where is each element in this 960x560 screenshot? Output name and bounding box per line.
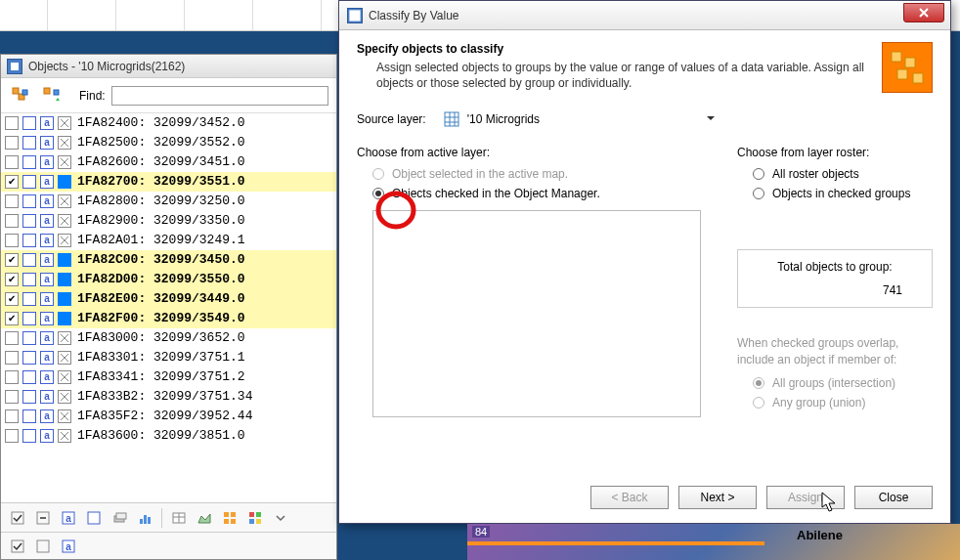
attr-icon[interactable]: a [40,234,54,247]
btn-uncheck-all[interactable] [32,507,54,529]
outline-icon[interactable] [22,116,36,130]
list-item[interactable]: a1FA82700: 32099/3551.0 [1,172,336,192]
fill-swatch [58,312,71,325]
outline-icon[interactable] [22,409,36,423]
outline-icon[interactable] [22,234,36,247]
radio-checked-groups[interactable]: Objects in checked groups [753,187,933,200]
row-checkbox[interactable] [5,234,19,247]
outline-icon[interactable] [22,194,36,208]
close-dialog-button[interactable]: Close [854,486,933,509]
attr-icon[interactable]: a [40,194,54,208]
list-item[interactable]: a1FA83000: 32099/3652.0 [1,328,336,348]
outline-icon[interactable] [22,214,36,228]
radio-icon[interactable] [372,188,384,199]
list-item[interactable]: a1FA83341: 32099/3751.2 [1,367,336,387]
btn-classify[interactable] [244,507,266,529]
attr-icon[interactable]: a [40,175,54,189]
tree-icon[interactable] [9,84,32,108]
btn-chart[interactable] [134,507,155,529]
outline-icon[interactable] [22,292,36,306]
status-uncheck-icon[interactable] [32,536,54,557]
list-item[interactable]: a1FA82400: 32099/3452.0 [1,113,336,133]
btn-a[interactable]: a [58,507,79,529]
row-checkbox[interactable] [5,175,19,189]
list-item[interactable]: a1FA83301: 32099/3751.1 [1,348,336,367]
list-item[interactable]: a1FA82C00: 32099/3450.0 [1,250,336,270]
row-checkbox[interactable] [5,370,19,384]
row-checkbox[interactable] [5,351,19,365]
list-item[interactable]: a1FA835F2: 32099/3952.44 [1,407,336,426]
attr-icon[interactable]: a [40,390,54,404]
row-checkbox[interactable] [5,116,19,130]
row-checkbox[interactable] [5,390,19,404]
row-checkbox[interactable] [5,331,19,345]
attr-icon[interactable]: a [40,429,54,443]
outline-icon[interactable] [22,136,36,150]
row-checkbox[interactable] [5,155,19,169]
list-item[interactable]: a1FA82E00: 32099/3449.0 [1,289,336,309]
outline-icon[interactable] [22,429,36,443]
outline-icon[interactable] [22,351,36,365]
radio-all-roster[interactable]: All roster objects [753,167,933,181]
om-list[interactable]: a1FA82400: 32099/3452.0a1FA82500: 32099/… [1,113,336,485]
row-checkbox[interactable] [5,312,19,325]
list-item[interactable]: a1FA833B2: 32099/3751.34 [1,387,336,407]
om-titlebar[interactable]: Objects - '10 Microgrids(2162) [1,55,336,78]
attr-icon[interactable]: a [40,116,54,130]
attr-icon[interactable]: a [40,273,54,286]
status-check-icon[interactable] [7,536,28,557]
row-checkbox[interactable] [5,194,19,208]
attr-icon[interactable]: a [40,253,54,267]
list-item[interactable]: a1FA83600: 32099/3851.0 [1,426,336,446]
btn-area[interactable] [194,507,215,529]
row-checkbox[interactable] [5,429,19,443]
row-checkbox[interactable] [5,409,19,423]
btn-sq[interactable] [83,507,105,529]
attr-icon[interactable]: a [40,214,54,228]
svg-rect-16 [148,517,151,524]
outline-icon[interactable] [22,370,36,384]
btn-layers[interactable] [109,507,130,529]
row-checkbox[interactable] [5,292,19,306]
empty-swatch-icon [58,351,71,365]
list-item[interactable]: a1FA82A01: 32099/3249.1 [1,231,336,250]
attr-icon[interactable]: a [40,331,54,345]
outline-icon[interactable] [22,331,36,345]
list-item[interactable]: a1FA82800: 32099/3250.0 [1,192,336,211]
outline-icon[interactable] [22,175,36,189]
btn-table[interactable] [168,507,190,529]
btn-group[interactable] [219,507,240,529]
close-button[interactable] [903,3,944,22]
next-button[interactable]: Next > [678,486,757,509]
radio-icon[interactable] [753,188,764,199]
tree-icon-2[interactable] [40,84,64,108]
attr-icon[interactable]: a [40,292,54,306]
row-checkbox[interactable] [5,136,19,150]
find-input[interactable] [111,86,328,106]
radio-icon[interactable] [753,168,764,180]
outline-icon[interactable] [22,273,36,286]
row-checkbox[interactable] [5,214,19,228]
list-item[interactable]: a1FA82D00: 32099/3550.0 [1,270,336,289]
outline-icon[interactable] [22,312,36,325]
outline-icon[interactable] [22,155,36,169]
list-item[interactable]: a1FA82900: 32099/3350.0 [1,211,336,231]
status-a-icon[interactable]: a [58,536,79,557]
btn-check-all[interactable] [7,507,28,529]
outline-icon[interactable] [22,253,36,267]
row-checkbox[interactable] [5,253,19,267]
list-item[interactable]: a1FA82F00: 32099/3549.0 [1,309,336,328]
list-item[interactable]: a1FA82600: 32099/3451.0 [1,152,336,172]
attr-icon[interactable]: a [40,351,54,365]
btn-more[interactable] [270,507,291,529]
attr-icon[interactable]: a [40,370,54,384]
attr-icon[interactable]: a [40,312,54,325]
dialog-titlebar[interactable]: Classify By Value [339,1,950,30]
row-checkbox[interactable] [5,273,19,286]
attr-icon[interactable]: a [40,155,54,169]
attr-icon[interactable]: a [40,409,54,423]
outline-icon[interactable] [22,390,36,404]
attr-icon[interactable]: a [40,136,54,150]
source-layer-select[interactable]: '10 Microgrids [438,108,721,130]
list-item[interactable]: a1FA82500: 32099/3552.0 [1,133,336,152]
